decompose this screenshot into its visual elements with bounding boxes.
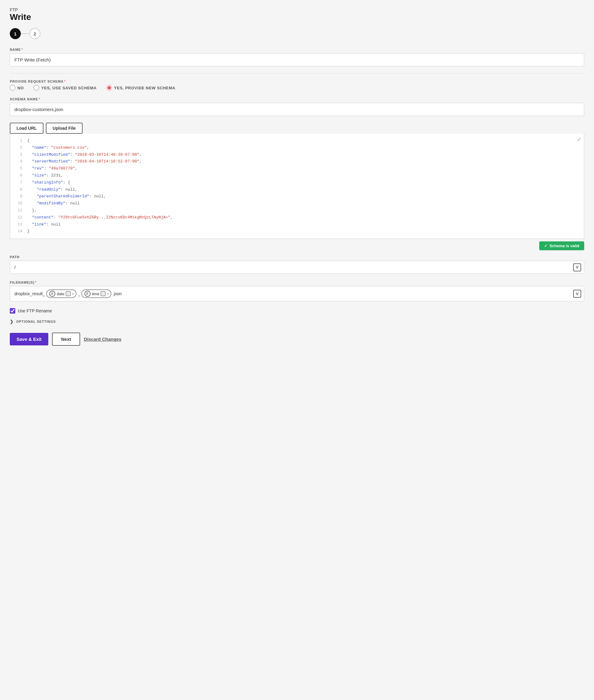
filenames-var-icon[interactable]: V <box>573 290 581 298</box>
path-section: PATH V <box>10 255 584 274</box>
steps-indicator: 1 2 <box>10 28 584 39</box>
valid-badge: ✓ Schema is valid <box>539 242 584 250</box>
filename-suffix: .json <box>112 291 122 296</box>
path-input-wrap: V <box>10 261 584 274</box>
schema-name-label: SCHEMA NAME* <box>10 97 584 101</box>
load-url-button[interactable]: Load URL <box>10 123 43 134</box>
bottom-bar: Save & Exit Next Discard Changes <box>10 332 584 346</box>
schema-radio-group: NO YES, USE SAVED SCHEMA YES, PROVIDE NE… <box>10 85 584 91</box>
code-line-9: 9 "parentSharedFolderId": null, <box>10 193 584 200</box>
token-date-remove[interactable]: × <box>72 292 74 296</box>
code-line-12: 12 "content": "Y29tcGFueSxhZGRy...I2Nzcs… <box>10 214 584 221</box>
next-button[interactable]: Next <box>52 332 80 346</box>
valid-badge-row: ✓ Schema is valid <box>10 239 584 250</box>
step-1: 1 <box>10 28 21 39</box>
chevron-right-icon: ❯ <box>10 319 14 324</box>
step-connector <box>21 33 29 34</box>
schema-label: PROVIDE REQUEST SCHEMA* <box>10 79 584 83</box>
upload-file-button[interactable]: Upload File <box>46 123 82 134</box>
optional-settings-label: OPTIONAL SETTINGS <box>16 320 56 323</box>
filename-token-time: F time □ × <box>81 289 111 298</box>
path-input[interactable] <box>10 261 584 274</box>
schema-name-section: SCHEMA NAME* <box>10 97 584 116</box>
schema-name-input[interactable] <box>10 103 584 116</box>
code-line-1: 1 { <box>10 137 584 145</box>
filenames-section: FILENAME(S)* dropbox_result_ F date □ × … <box>10 281 584 301</box>
filename-prefix: dropbox_result_ <box>14 291 45 296</box>
filenames-label: FILENAME(S)* <box>10 281 584 284</box>
step-2: 2 <box>29 28 40 39</box>
token-time-remove[interactable]: × <box>107 292 109 296</box>
code-line-14: 14 } <box>10 228 584 235</box>
discard-button[interactable]: Discard Changes <box>84 337 122 342</box>
schema-buttons-row: Load URL Upload File <box>10 123 584 134</box>
filename-token-date: F date □ × <box>46 289 76 298</box>
code-line-3: 3 "clientModified": "2018-03-16T14:40:39… <box>10 152 584 158</box>
code-line-2: 2 "name": "customers.csv", <box>10 145 584 152</box>
name-section: NAME* <box>10 48 584 66</box>
breadcrumb[interactable]: FTP <box>10 7 584 12</box>
check-icon: ✓ <box>544 244 548 248</box>
code-line-7: 7 "sharingInfo": { <box>10 179 584 186</box>
save-exit-button[interactable]: Save & Exit <box>10 333 48 345</box>
code-line-10: 10 "modifiedBy": null <box>10 200 584 207</box>
radio-new[interactable]: YES, PROVIDE NEW SCHEMA <box>106 85 175 91</box>
radio-saved[interactable]: YES, USE SAVED SCHEMA <box>34 85 97 91</box>
token-time-label: time <box>92 292 99 296</box>
code-line-11: 11 }, <box>10 207 584 214</box>
token-f-icon-date: F <box>49 291 55 297</box>
token-date-label: date <box>57 292 64 296</box>
path-var-icon[interactable]: V <box>573 263 581 272</box>
ftp-rename-label[interactable]: Use FTP Rename <box>18 308 52 313</box>
radio-new-input[interactable] <box>106 85 112 91</box>
ftp-rename-checkbox[interactable] <box>10 308 15 314</box>
optional-settings-toggle[interactable]: ❯ OPTIONAL SETTINGS <box>10 319 584 324</box>
radio-saved-input[interactable] <box>34 85 39 91</box>
name-label: NAME* <box>10 48 584 52</box>
breadcrumb-link[interactable]: FTP <box>10 7 18 12</box>
ftp-rename-row: Use FTP Rename <box>10 308 584 314</box>
token-time-box[interactable]: □ <box>101 291 105 296</box>
filename-separator: _ <box>78 291 80 296</box>
schema-section: PROVIDE REQUEST SCHEMA* NO YES, USE SAVE… <box>10 79 584 91</box>
code-line-4: 4 "serverModified": "2018-04-10T14:10:52… <box>10 158 584 165</box>
code-line-6: 6 "size": 2231, <box>10 172 584 179</box>
path-label: PATH <box>10 255 584 259</box>
code-line-8: 8 "readOnly": null, <box>10 186 584 193</box>
page-title: Write <box>10 12 584 22</box>
code-line-5: 5 "rev": "49a708770", <box>10 165 584 172</box>
code-line-13: 13 "link": null <box>10 221 584 228</box>
filenames-wrap: dropbox_result_ F date □ × _ F time □ × … <box>10 286 584 301</box>
radio-no-input[interactable] <box>10 85 15 91</box>
name-input[interactable] <box>10 53 584 66</box>
token-date-box[interactable]: □ <box>66 291 71 296</box>
expand-icon[interactable]: ⤢ <box>577 136 581 144</box>
filenames-input[interactable]: dropbox_result_ F date □ × _ F time □ × … <box>10 286 584 301</box>
code-editor: ⤢ 1 { 2 "name": "customers.csv", 3 "clie… <box>10 134 584 239</box>
token-f-icon-time: F <box>85 291 91 297</box>
radio-no[interactable]: NO <box>10 85 24 91</box>
